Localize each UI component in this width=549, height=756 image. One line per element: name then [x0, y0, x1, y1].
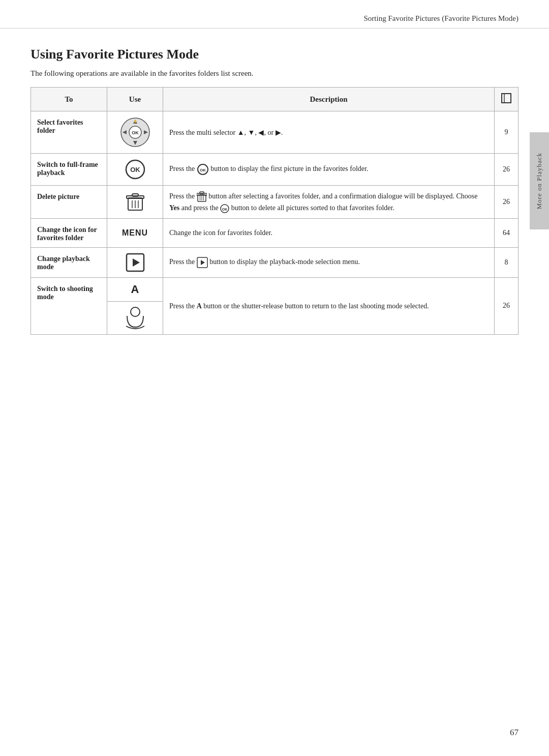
table-row: Select favorites folder OK [31, 111, 518, 154]
a-button-icon: A [113, 283, 157, 296]
row3-to: Delete picture [31, 186, 107, 219]
svg-marker-31 [201, 260, 205, 265]
row6-ref: 26 [495, 277, 518, 334]
trash-icon [113, 192, 157, 212]
row1-to: Select favorites folder [31, 111, 107, 154]
side-tab-label: More on Playback [535, 153, 543, 209]
svg-text:OK: OK [132, 130, 139, 135]
svg-rect-0 [502, 94, 511, 103]
table-row: Switch to full-frame playback OK Press t… [31, 154, 518, 186]
ok-inline2-icon: OK [220, 204, 229, 213]
row1-use: OK ⚡ [107, 111, 163, 154]
header-text: Sorting Favorite Pictures (Favorite Pict… [363, 14, 518, 22]
dpad-svg: OK ⚡ [119, 117, 151, 148]
ok-inline-icon: OK [197, 163, 209, 176]
page-number: 67 [510, 728, 518, 738]
table-row: Switch to shooting mode A Press the A bu… [31, 277, 518, 301]
header-use: Use [107, 88, 163, 111]
header-description: Description [163, 88, 495, 111]
row3-desc: Press the button after selecting a favor… [163, 186, 495, 219]
header-to: To [31, 88, 107, 111]
table-row: Change the icon for favorites folder MEN… [31, 218, 518, 247]
table-row: Delete picture [31, 186, 518, 219]
intro-text: The following operations are available i… [30, 69, 518, 78]
book-icon [501, 93, 512, 104]
shutter-icon [113, 307, 157, 329]
playback-inline-icon [197, 257, 208, 268]
row6-desc: Press the A button or the shutter-releas… [163, 277, 495, 334]
header-ref [495, 88, 518, 111]
menu-icon: MENU [113, 228, 157, 238]
info-table: To Use Description Select favorites f [30, 87, 518, 335]
row3-use [107, 186, 163, 219]
svg-text:OK: OK [200, 168, 206, 172]
row6-use-shutter [107, 301, 163, 334]
row2-to: Switch to full-frame playback [31, 154, 107, 186]
a-text: A [131, 283, 139, 296]
row1-ref: 9 [495, 111, 518, 154]
row5-ref: 8 [495, 247, 518, 277]
row6-use-a: A [107, 277, 163, 301]
menu-text: MENU [122, 228, 148, 238]
svg-rect-22 [200, 192, 204, 194]
ok-circle-svg: OK [125, 159, 146, 180]
row4-to: Change the icon for favorites folder [31, 218, 107, 247]
svg-text:OK: OK [130, 166, 140, 173]
trash-svg [126, 192, 144, 212]
row2-ref: 26 [495, 154, 518, 186]
row3-ref: 26 [495, 186, 518, 219]
row5-use [107, 247, 163, 277]
page-title: Using Favorite Pictures Mode [30, 47, 518, 62]
row4-desc: Change the icon for favorites folder. [163, 218, 495, 247]
row5-to: Change playback mode [31, 247, 107, 277]
row5-desc: Press the button to display the playback… [163, 247, 495, 277]
page-header: Sorting Favorite Pictures (Favorite Pict… [0, 0, 549, 28]
playback-svg [126, 253, 145, 272]
side-tab: More on Playback [530, 132, 549, 229]
row6-to: Switch to shooting mode [31, 277, 107, 334]
row2-desc: Press the OK button to display the first… [163, 154, 495, 186]
row4-use: MENU [107, 218, 163, 247]
ok-icon: OK [113, 159, 157, 180]
row2-use: OK [107, 154, 163, 186]
shutter-svg [123, 307, 147, 329]
svg-point-32 [131, 307, 140, 316]
main-content: Using Favorite Pictures Mode The followi… [0, 28, 549, 355]
trash-inline-icon [197, 191, 207, 202]
row1-desc: Press the multi selector ▲, ▼, ◀, or ▶. [163, 111, 495, 154]
svg-text:⚡: ⚡ [133, 119, 137, 124]
playback-icon [113, 253, 157, 272]
dpad-icon: OK ⚡ [113, 117, 157, 148]
svg-rect-16 [132, 194, 138, 196]
svg-marker-29 [133, 258, 140, 267]
table-row: Change playback mode Press the button to… [31, 247, 518, 277]
svg-text:OK: OK [222, 208, 228, 211]
row4-ref: 64 [495, 218, 518, 247]
